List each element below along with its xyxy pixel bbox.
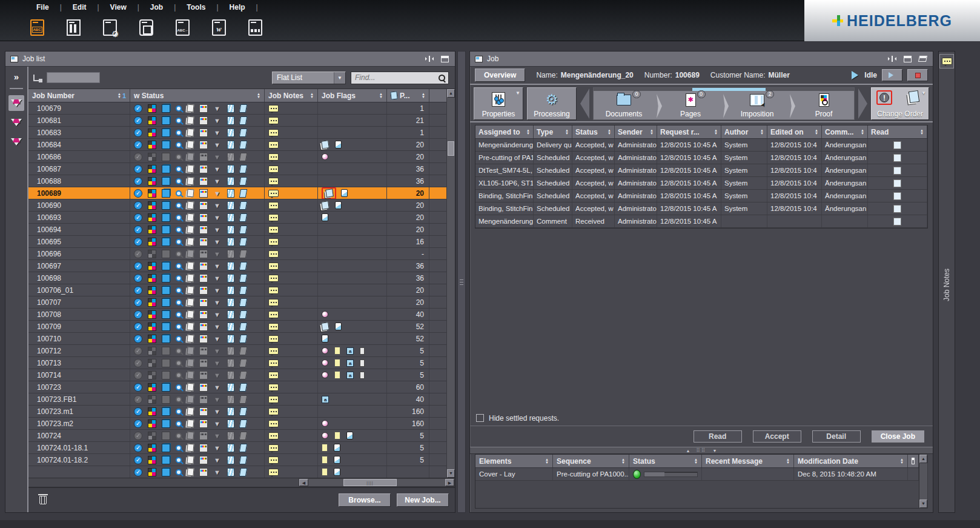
note-icon[interactable]: [268, 335, 279, 343]
hide-settled-checkbox[interactable]: [476, 414, 484, 422]
scroll-left-icon[interactable]: ◀: [299, 479, 308, 486]
job-row[interactable]: 10068420: [28, 139, 446, 151]
request-row[interactable]: DtTest_SM74-5L, SScheduledAccepted, wAdm…: [475, 164, 927, 177]
menu-file[interactable]: File: [25, 3, 60, 12]
read-checkbox[interactable]: [893, 192, 901, 200]
scrollbar-thumb[interactable]: ||||: [343, 479, 397, 486]
job-row[interactable]: 10068836: [28, 175, 446, 187]
job-row[interactable]: 10068121: [28, 115, 446, 127]
tab-pages[interactable]: 0 Pages: [660, 92, 721, 119]
float-panel-button[interactable]: [917, 55, 928, 63]
column-header-job-flags[interactable]: Job Flags: [318, 89, 387, 102]
menu-help[interactable]: Help: [219, 3, 256, 12]
column-header-comment[interactable]: Comm...: [822, 125, 868, 138]
job-row[interactable]: 10068920: [28, 187, 446, 199]
tab-proof[interactable]: Proof: [793, 92, 854, 119]
job-row[interactable]: 1007145: [28, 369, 446, 381]
scroll-tabs-right-icon[interactable]: [858, 89, 867, 119]
job-row[interactable]: 10069516: [28, 236, 446, 248]
overview-tab[interactable]: Overview: [475, 69, 525, 82]
scroll-right-icon[interactable]: ▶: [445, 479, 454, 486]
job-row[interactable]: 10071052: [28, 333, 446, 345]
job-row[interactable]: 10070952: [28, 321, 446, 333]
note-icon[interactable]: [268, 311, 279, 318]
note-icon[interactable]: [268, 444, 279, 452]
note-icon[interactable]: [268, 250, 279, 258]
tab-change-order[interactable]: ! ▼ Change Order: [871, 87, 929, 120]
request-row[interactable]: Pre-cutting of PA10ScheduledAccepted, wA…: [475, 152, 927, 164]
imposition-toolbar-button[interactable]: [63, 17, 84, 38]
column-header-author[interactable]: Author: [721, 125, 767, 138]
filter-button-2[interactable]: [8, 115, 24, 130]
note-icon[interactable]: [268, 262, 279, 270]
elements-vertical-scrollbar[interactable]: ▲ ▼: [919, 454, 928, 509]
request-row[interactable]: XL105-10P6, ST10ScheduledAccepted, wAdmi…: [475, 177, 927, 190]
column-header-assigned-to[interactable]: Assigned to: [475, 125, 534, 138]
job-row[interactable]: 1006831: [28, 127, 446, 139]
job-list-toolbar-button[interactable]: [27, 17, 47, 38]
column-header-sequence[interactable]: Sequence: [553, 455, 629, 467]
job-notes-button[interactable]: [939, 54, 954, 69]
scroll-down-icon[interactable]: ▼: [919, 500, 927, 508]
column-header-status[interactable]: Status: [572, 125, 615, 138]
note-icon[interactable]: [268, 129, 279, 136]
note-icon[interactable]: [268, 117, 279, 124]
tab-properties[interactable]: ▼ Properties: [474, 87, 523, 120]
tab-imposition[interactable]: 2 Imposition: [727, 92, 787, 119]
scroll-up-icon[interactable]: ▲: [919, 455, 927, 463]
column-header-status[interactable]: Status: [629, 455, 702, 467]
read-checkbox[interactable]: [893, 218, 901, 226]
collapse-panel-button[interactable]: [887, 55, 898, 63]
job-row[interactable]: 10069836: [28, 272, 446, 284]
note-icon[interactable]: [268, 275, 279, 282]
note-icon[interactable]: [268, 178, 279, 185]
job-row[interactable]: 100706_0120: [28, 284, 446, 296]
column-header-edited-on[interactable]: Edited on: [767, 125, 822, 138]
note-icon[interactable]: [268, 226, 279, 233]
column-header-modification-date[interactable]: Modification Date: [794, 455, 908, 467]
note-icon[interactable]: [268, 214, 279, 221]
scroll-down-icon[interactable]: ▼: [447, 469, 455, 478]
job-row[interactable]: 1006791: [28, 102, 446, 115]
note-icon[interactable]: [268, 396, 279, 403]
note-icon[interactable]: [268, 323, 279, 330]
menu-tools[interactable]: Tools: [176, 3, 216, 12]
scroll-tabs-left-icon[interactable]: [580, 89, 589, 119]
start-processing-button[interactable]: [882, 69, 902, 81]
note-icon[interactable]: [268, 420, 279, 427]
job-row[interactable]: 10069736: [28, 260, 446, 272]
note-icon[interactable]: [268, 359, 279, 367]
view-mode-dropdown[interactable]: Flat List ▼: [272, 72, 346, 84]
note-icon[interactable]: [268, 408, 279, 415]
request-row[interactable]: Binding, StitchFinisScheduledAccepted, w…: [475, 190, 927, 202]
job-row[interactable]: 100696-: [28, 248, 446, 260]
process-chain-toolbar-button[interactable]: [245, 17, 265, 38]
note-icon[interactable]: [268, 190, 279, 197]
column-header-elements[interactable]: Elements: [475, 455, 553, 467]
note-icon[interactable]: [268, 141, 279, 149]
browse-button[interactable]: Browse...: [339, 493, 391, 507]
close-job-button[interactable]: Close Job: [872, 430, 924, 443]
expand-sidebar-button[interactable]: »: [14, 72, 19, 82]
menu-edit[interactable]: Edit: [62, 3, 98, 12]
detach-panel-button[interactable]: [902, 55, 913, 63]
job-row[interactable]: 10072360: [28, 381, 446, 393]
stop-processing-button[interactable]: [907, 69, 928, 81]
job-row[interactable]: 100723.FB140: [28, 393, 446, 406]
group-filter-input[interactable]: [47, 72, 100, 83]
column-header-pages[interactable]: P...: [387, 89, 429, 102]
column-header-job-number[interactable]: Job Number1: [28, 89, 130, 102]
job-row[interactable]: 1007135: [28, 357, 446, 369]
request-row[interactable]: Binding, StitchFinisScheduledAccepted, w…: [475, 202, 927, 215]
read-checkbox[interactable]: [893, 154, 901, 162]
table-config-button[interactable]: [908, 455, 919, 467]
scroll-up-icon[interactable]: ▲: [447, 89, 455, 98]
request-row[interactable]: Mengenänderung_CommentReceivedAdministra…: [475, 215, 927, 228]
splitter-down-icon[interactable]: ▼: [713, 449, 717, 453]
job-list-vertical-scrollbar[interactable]: ▲ ▼: [446, 89, 455, 478]
job-row[interactable]: 10069420: [28, 224, 446, 236]
read-checkbox[interactable]: [893, 141, 901, 149]
menu-job[interactable]: Job: [139, 3, 174, 12]
job-row[interactable]: 1007125: [28, 345, 446, 357]
note-icon[interactable]: [268, 202, 279, 209]
